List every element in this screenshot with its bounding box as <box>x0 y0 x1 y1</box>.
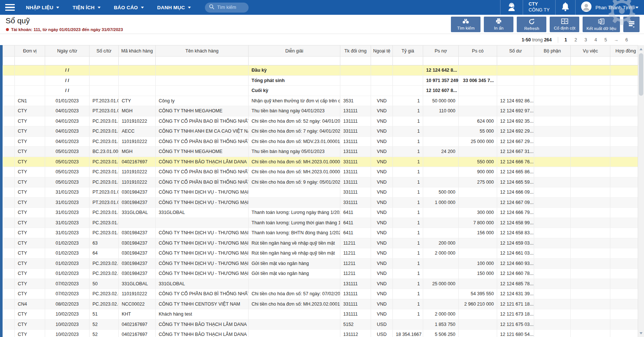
table-row[interactable]: CTY01/02/2023640301984237CÔNG TY TNHH DỊ… <box>3 248 641 259</box>
filter-cell-ngay[interactable] <box>45 57 90 65</box>
next-pages-arrow[interactable]: → <box>614 37 619 42</box>
table-row[interactable]: CTY05/01/2023PC.2023.01.000...1101910222… <box>3 177 641 187</box>
search-input[interactable] <box>217 5 243 10</box>
filter-cell-ma_kh[interactable] <box>119 57 156 65</box>
vertical-scrollbar[interactable] <box>638 45 644 337</box>
cell-so_du: 12 124 660 93... <box>497 258 534 269</box>
cell-ten_kh <box>156 75 249 86</box>
nav-menu-tien-ich[interactable]: TIỆN ÍCH <box>73 5 100 10</box>
filter-cell-don_vi[interactable] <box>15 57 45 65</box>
table-row[interactable]: CTY01/02/2023PC.2023.02.000...0301984237… <box>3 269 641 279</box>
nav-menu-bao-cao[interactable]: BÁO CÁO <box>114 5 144 10</box>
scroll-up-arrow-icon[interactable] <box>638 46 644 52</box>
filter-cell-vu_viec[interactable] <box>571 57 610 65</box>
scroll-down-arrow-icon[interactable] <box>638 330 644 336</box>
search-report-button[interactable]: Tìm kiếm <box>451 17 481 32</box>
table-row[interactable]: CTY04/01/2023PC.2023.01.000...1101910222… <box>3 116 641 126</box>
grid-options-button[interactable] <box>623 17 640 32</box>
filter-cell-tk_doi_ung[interactable] <box>340 57 371 65</box>
column-header-ps_co[interactable]: Ps có <box>459 45 497 57</box>
filter-cell-so_du[interactable] <box>497 57 534 65</box>
page-button[interactable]: 3 <box>584 37 588 42</box>
company-switcher[interactable]: CTY CÔNG TY <box>523 0 555 15</box>
table-row[interactable]: CTY04/01/2023PC.2023.01.000...1101910222… <box>3 136 641 147</box>
page-button[interactable]: 4 <box>594 37 598 42</box>
column-header-ten_kh[interactable]: Tên khách hàng <box>156 45 249 57</box>
table-row[interactable]: CTY07/02/202350331GLOBAL331GLOBAL131111V… <box>3 279 641 289</box>
cell-dien_giai: Cuối kỳ <box>249 86 340 96</box>
filter-cell-ngoai_te[interactable] <box>371 57 393 65</box>
page-button[interactable]: 1 <box>564 37 568 42</box>
column-header-ngoai_te[interactable]: Ngoại tệ <box>371 45 393 57</box>
cell-ps_co <box>459 330 497 337</box>
column-header-tk_doi_ung[interactable]: Tk đối ứng <box>340 45 371 57</box>
cell-indicator <box>3 136 15 147</box>
column-header-so_ct[interactable]: Số c/từ <box>90 45 119 57</box>
cell-ty_gia: 1 <box>393 258 423 269</box>
column-header-vu_viec[interactable]: Vụ việc <box>571 45 610 57</box>
summary-row[interactable]: / /Cuối kỳ12 102 607 8... <box>3 86 641 96</box>
cell-ps_no: 12 124 642 8... <box>423 65 459 76</box>
column-header-hop_dong[interactable]: Hợp đồng <box>610 45 641 57</box>
column-header-don_vi[interactable]: Đơn vị <box>15 45 45 57</box>
freeze-columns-button[interactable]: Cố định cột <box>550 17 579 32</box>
cell-bo_phan <box>534 96 571 106</box>
table-row[interactable]: CTY31/01/2023PC.2023.01.000...0301984237… <box>3 228 641 238</box>
cell-indicator <box>3 248 15 259</box>
page-button[interactable]: 5 <box>604 37 608 42</box>
table-row[interactable]: CTY04/01/2023PT.2023.01.000...MGHCÔNG TY… <box>3 106 641 116</box>
table-row[interactable]: CTY10/02/2023520402167697CÔNG TY TNHH BẢ… <box>3 330 641 337</box>
scrollbar-thumb[interactable] <box>639 53 643 96</box>
table-row[interactable]: CTY04/01/2023PC.2023.01.000...AECCCÔNG T… <box>3 126 641 137</box>
column-header-bo_phan[interactable]: Bộ phận <box>534 45 571 57</box>
user-menu[interactable]: Phan Thanh Tịnh <box>575 0 644 15</box>
column-header-ma_kh[interactable]: Mã khách hàng <box>119 45 156 57</box>
column-header-dien_giai[interactable]: Diễn giải <box>249 45 340 57</box>
table-row[interactable]: CN408/02/2023PC.2023.02.000...NCC00022CÔ… <box>3 299 641 309</box>
filter-cell-ten_kh[interactable] <box>156 57 249 65</box>
table-row[interactable]: CTY05/01/2023BC.23.01.00001MGHCÔNG TY TN… <box>3 147 641 157</box>
cell-don_vi: CTY <box>15 289 45 299</box>
cell-so_ct: PC.2023.01.000... <box>90 167 119 177</box>
global-search[interactable] <box>205 3 249 13</box>
filter-cell-ps_co[interactable] <box>459 57 497 65</box>
column-header-indicator[interactable] <box>3 45 15 57</box>
cell-ma_kh: 0301984237 <box>119 269 156 279</box>
table-row[interactable]: CTY05/01/2023PC.2023.01.000...1101910222… <box>3 167 641 177</box>
summary-row[interactable]: / /Đầu kỳ12 124 642 8... <box>3 65 641 76</box>
nav-menu-danh-muc[interactable]: DANH MỤC <box>157 5 191 10</box>
hamburger-menu-icon[interactable] <box>5 4 15 11</box>
column-header-ps_no[interactable]: Ps nợ <box>423 45 459 57</box>
table-row[interactable]: CTY10/02/202351KHTKhách hàng test131111V… <box>3 309 641 320</box>
summary-row[interactable]: / /Tổng phát sinh10 971 357 24933 006 34… <box>3 75 641 86</box>
print-button[interactable]: In ấn <box>484 17 513 32</box>
filter-cell-indicator[interactable] <box>3 57 15 65</box>
table-row[interactable]: CTY07/02/2023PC.2023.02.000...1101910222… <box>3 289 641 299</box>
table-row[interactable]: CTY31/01/2023PC.2023.01.000...331GLOBAL3… <box>3 208 641 218</box>
export-data-button[interactable]: x Kết xuất dữ liệu <box>583 17 620 32</box>
page-button[interactable]: 2 <box>574 37 578 42</box>
table-row[interactable]: CTY31/01/2023PT.2023.01.000...0301984237… <box>3 197 641 208</box>
support-button[interactable] <box>500 0 523 15</box>
filter-cell-dien_giai[interactable] <box>249 57 340 65</box>
filter-cell-ty_gia[interactable] <box>393 57 423 65</box>
column-header-ty_gia[interactable]: Tỷ giá <box>393 45 423 57</box>
table-row[interactable]: CTY31/01/2023PC.2023.01.000...Thanh toán… <box>3 218 641 228</box>
table-row[interactable]: CTY01/02/2023630301984237CÔNG TY TNHH DỊ… <box>3 238 641 248</box>
column-header-ngay[interactable]: Ngày c/từ <box>45 45 90 57</box>
filter-cell-bo_phan[interactable] <box>534 57 571 65</box>
table-row[interactable]: CTY05/01/2023PC.2023.01.000...0402167697… <box>3 157 641 167</box>
table-row[interactable]: CTY10/02/2023520402167697CÔNG TY TNHH BẢ… <box>3 319 641 330</box>
table-row[interactable]: CTY31/01/2023PT.2023.01.000...0301984237… <box>3 187 641 198</box>
column-header-so_du[interactable]: Số dư <box>497 45 534 57</box>
notifications-button[interactable] <box>555 0 575 15</box>
filter-cell-hop_dong[interactable] <box>610 57 641 65</box>
filter-cell-ps_no[interactable] <box>423 57 459 65</box>
page-button[interactable]: 6 <box>625 37 628 42</box>
cell-ps_co <box>459 309 497 320</box>
filter-cell-so_ct[interactable] <box>90 57 119 65</box>
refresh-button[interactable]: Refresh <box>517 17 546 32</box>
table-row[interactable]: CTY01/02/2023PC.2023.02.000...0301984237… <box>3 258 641 269</box>
table-row[interactable]: CN101/01/2023PT.2023.01.000...CTYCông ty… <box>3 96 641 106</box>
nav-menu-nhap-lieu[interactable]: NHẬP LIỆU <box>26 5 59 10</box>
